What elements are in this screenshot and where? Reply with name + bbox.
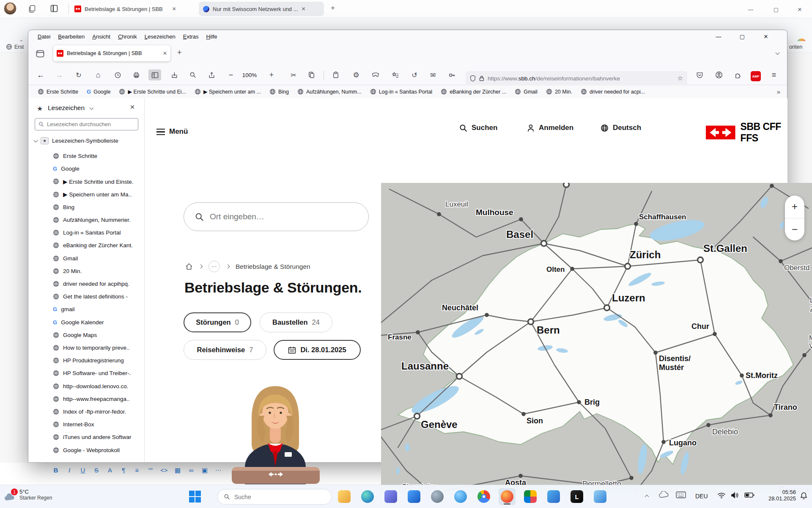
edge-workspaces-icon[interactable]: [28, 4, 36, 13]
sidebar-bookmark-item[interactable]: Index of -ftp-mirror-fedor.: [28, 406, 145, 418]
map-city-marker[interactable]: [416, 330, 420, 334]
sidebar-bookmark-item[interactable]: HP Software- und Treiber-.: [28, 367, 145, 379]
sidebar-bookmark-item[interactable]: Gmail: [28, 252, 145, 265]
sidebar-bookmark-item[interactable]: Google - Webprotokoll: [28, 444, 145, 456]
taskbar-app-mail-app[interactable]: [406, 488, 422, 505]
clock[interactable]: 05:56 28.01.2025: [765, 489, 796, 502]
sidebar-bookmark-item[interactable]: ▶ Speichern unter am Ma..: [28, 188, 145, 201]
firefox-active-tab[interactable]: Betriebslage & Störungen | SBB ✕: [53, 45, 170, 61]
bookmark-item[interactable]: Log-in « Sanitas Portal: [370, 88, 432, 95]
taskbar-app-firefox-browser[interactable]: [499, 488, 516, 505]
strikethrough-icon[interactable]: S: [90, 467, 103, 474]
forward-icon[interactable]: →: [53, 69, 66, 80]
home-icon[interactable]: [185, 263, 193, 270]
sidebar-dropdown-chevron[interactable]: [90, 106, 94, 110]
taskbar-app-settings-app[interactable]: [429, 488, 446, 505]
list-all-tabs-icon[interactable]: [776, 51, 780, 55]
map-city-marker[interactable]: [564, 183, 569, 188]
wifi-icon[interactable]: [717, 492, 726, 499]
sidebar-search-box[interactable]: [35, 118, 138, 130]
sidebar-bookmark-item[interactable]: http--download.lenovo.co.: [28, 380, 145, 392]
map-city-marker[interactable]: [521, 412, 526, 416]
settings-gear-icon[interactable]: ⚙: [350, 69, 362, 80]
map-city-marker[interactable]: [457, 374, 462, 379]
bookmark-item[interactable]: ▶ Erste Schritte und Ei...: [119, 88, 186, 95]
switzerland-rail-map[interactable]: LuxeuilMulhouseBaselSchaffhausenZürichSt…: [381, 183, 812, 493]
edge-tab-actions-icon[interactable]: [50, 4, 58, 13]
edge-minimize-button[interactable]: —: [741, 3, 760, 15]
abp-extension-icon[interactable]: ABP: [751, 71, 761, 81]
menu-lesezeichen[interactable]: Lesezeichen: [141, 32, 179, 41]
map-city-marker[interactable]: [625, 264, 631, 269]
session-restore-icon[interactable]: ↺: [408, 69, 421, 80]
taskbar-app-dev-app[interactable]: [545, 488, 562, 505]
filter-reisehinweise-button[interactable]: Reisehinweise7: [184, 340, 266, 360]
sidebar-bookmark-item[interactable]: 20 Min.: [28, 265, 145, 277]
sidebar-bookmark-item[interactable]: http--www.freepacmanga..: [28, 393, 145, 405]
bookmarks-overflow-chevron[interactable]: »: [777, 88, 787, 95]
bookmark-item[interactable]: Gmail: [515, 88, 538, 95]
menu-extras[interactable]: Extras: [180, 32, 202, 41]
map-city-marker[interactable]: [541, 241, 547, 246]
sidebar-bookmark-item[interactable]: Google Maps: [28, 329, 145, 341]
map-city-marker[interactable]: [604, 305, 610, 311]
taskbar-search-box[interactable]: [217, 489, 332, 505]
map-city-marker[interactable]: [528, 319, 534, 325]
share-icon[interactable]: [205, 69, 218, 80]
bookmark-item[interactable]: ▶ Speichern unter am ...: [195, 88, 261, 95]
breadcrumb-ellipsis[interactable]: ⋯: [208, 261, 220, 272]
taskbar-app-l-app[interactable]: L: [568, 488, 585, 505]
map-city-marker[interactable]: [740, 373, 744, 378]
map-city-marker[interactable]: [518, 474, 523, 478]
zoom-level[interactable]: 100%: [240, 69, 259, 80]
map-city-marker[interactable]: [713, 332, 717, 336]
save-page-icon[interactable]: [168, 69, 181, 80]
menu-bearbeiten[interactable]: Bearbeiten: [55, 32, 88, 41]
sidebar-close-icon[interactable]: ✕: [130, 104, 135, 110]
sidebar-bookmark-item[interactable]: How to temporarily preve..: [28, 342, 145, 354]
edge-close-button[interactable]: ✕: [790, 3, 809, 15]
sbb-menu-button[interactable]: Menü: [156, 124, 188, 136]
sidebar-bookmark-item[interactable]: GGoogle: [28, 163, 145, 175]
copy-icon[interactable]: [305, 69, 318, 80]
history-clock-icon[interactable]: [111, 69, 124, 80]
firefox-url-bar[interactable]: https://www.sbb.ch/de/reiseinformationen…: [466, 71, 687, 86]
map-city-marker[interactable]: [570, 267, 574, 271]
more-format-icon[interactable]: ⋯: [211, 467, 225, 474]
taskbar-app-edge-browser[interactable]: [359, 488, 376, 505]
sidebar-bookmark-item[interactable]: Bing: [28, 201, 145, 213]
map-city-marker[interactable]: [437, 212, 441, 216]
sbb-search-button[interactable]: Suchen: [459, 124, 497, 134]
filter-stoerungen-button[interactable]: Störungen0: [184, 312, 251, 332]
image-icon[interactable]: ▣: [198, 467, 211, 474]
paragraph-icon[interactable]: ¶: [117, 467, 130, 474]
edge-maximize-button[interactable]: ▢: [766, 3, 786, 15]
edge-tab-sbb[interactable]: Betriebslage & Störungen | SBB ✕: [74, 2, 176, 16]
taskbar-app-chrome-browser[interactable]: [475, 488, 492, 505]
passwords-key-icon[interactable]: [445, 69, 458, 80]
map-zoom-out-button[interactable]: −: [785, 218, 804, 241]
sbb-logo[interactable]: SBB CFF FFS: [706, 121, 787, 144]
firefox-view-icon[interactable]: [36, 50, 44, 58]
touch-keyboard-icon[interactable]: [676, 491, 686, 498]
sbb-signin-button[interactable]: Anmelden: [527, 124, 573, 134]
italic-icon[interactable]: I: [63, 467, 76, 474]
sidebar-bookmark-item[interactable]: driver needed for acpihpq.: [28, 278, 145, 290]
date-picker-button[interactable]: Di. 28.01.2025: [274, 340, 361, 360]
sidebar-bookmark-item[interactable]: ▶ Erste Schritte und Einste.: [28, 175, 145, 188]
map-city-marker[interactable]: [706, 423, 710, 427]
taskbar-app-media-app[interactable]: [592, 488, 609, 505]
map-city-marker[interactable]: [698, 257, 703, 263]
sidebar-bookmark-item[interactable]: Log-in « Sanitas Portal: [28, 226, 145, 239]
firefox-close-button[interactable]: ✕: [757, 31, 775, 42]
bookmarks-menu-icon[interactable]: [389, 69, 401, 80]
map-city-marker[interactable]: [779, 259, 783, 263]
taskbar-app-chat-app[interactable]: [382, 488, 399, 505]
sidebar-bookmark-item[interactable]: iTunes und andere Softwar: [28, 431, 145, 443]
extensions-puzzle-icon[interactable]: [731, 69, 744, 80]
sidebar-toggle-icon[interactable]: [148, 69, 161, 80]
map-city-marker[interactable]: [577, 400, 581, 404]
firefox-minimize-button[interactable]: —: [709, 31, 728, 42]
new-tab-button[interactable]: +: [177, 48, 182, 57]
sidebar-bookmark-item[interactable]: Get the latest definitions -: [28, 290, 145, 303]
